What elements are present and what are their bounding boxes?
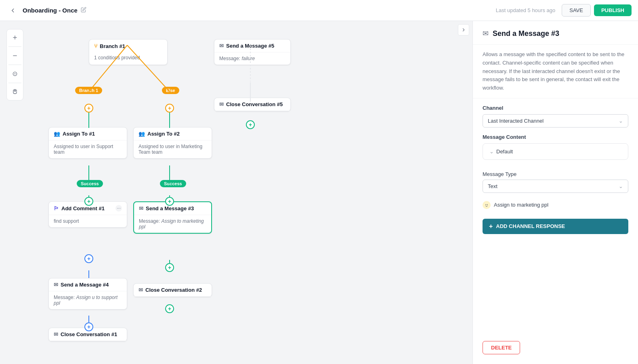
branch-title: Branch #1 (100, 43, 125, 49)
add-comment-1-title: Add Comment #1 (61, 205, 105, 211)
expand-panel-button[interactable] (458, 24, 469, 36)
message-content-section: Message Content ⌄ Default (473, 134, 638, 166)
branch-icon: ⑂ (94, 43, 97, 49)
assign-to-2-header: 👥 Assign To #2 (134, 128, 212, 140)
branch-conditions: 1 conditions provided (89, 52, 167, 65)
assign-row: Assign to marketing ppl (473, 198, 638, 215)
connector-after-else[interactable]: + (165, 104, 174, 113)
connector-after-close-conv-2[interactable]: + (165, 304, 174, 313)
connector-after-success-2[interactable]: + (165, 197, 174, 206)
panel-title: Send a Message #3 (493, 29, 559, 38)
delete-section: DELETE (473, 335, 638, 364)
message-content-label: Message Content (483, 134, 628, 140)
channel-value: Last Interacted Channel (488, 118, 544, 124)
add-channel-label: ADD CHANNEL RESPONSE (496, 223, 565, 229)
close-conversation-2-header: ✉ Close Conversation #2 (134, 284, 212, 297)
send-message-4-icon: ✉ (54, 282, 58, 288)
assign-smiley-icon (483, 201, 491, 209)
send-message-5-body: Message: failure (214, 52, 290, 65)
panel-description: Allows a message with the specified cont… (473, 45, 638, 98)
pan-tool-button[interactable] (8, 86, 21, 98)
main-layout: ⑂ Branch #1 1 conditions provided ✉ Send… (0, 21, 638, 364)
default-message-box[interactable]: ⌄ Default (483, 143, 628, 160)
connector-after-send-msg-4[interactable]: + (84, 322, 93, 331)
connector-after-success-1[interactable]: + (84, 197, 93, 206)
close-conversation-5-node[interactable]: ✉ Close Conversation #5 (214, 98, 291, 111)
add-comment-1-body: find support (49, 215, 127, 227)
zoom-in-button[interactable] (8, 31, 21, 44)
right-panel: ✉ Send a Message #3 Allows a message wit… (472, 21, 638, 364)
close-conversation-5-title: Close Conversation #5 (226, 101, 283, 107)
send-message-4-header: ✉ Send a Message #4 (49, 278, 127, 291)
default-message-header[interactable]: ⌄ Default (489, 149, 621, 155)
assign-to-1-title: Assign To #1 (63, 131, 95, 137)
close-conversation-1-title: Close Conversation #1 (61, 331, 117, 337)
assign-to-2-node[interactable]: 👥 Assign To #2 Assigned to user in Marke… (133, 127, 212, 159)
assign-to-2-title: Assign To #2 (147, 131, 180, 137)
assign-to-2-icon: 👥 (139, 131, 145, 137)
svg-point-3 (15, 73, 15, 74)
send-message-4-node[interactable]: ✉ Send a Message #4 Message: Assign u to… (48, 278, 127, 310)
channel-label: Channel (483, 105, 628, 111)
success-1-badge: Success (77, 180, 103, 187)
send-message-3-node[interactable]: ✉ Send a Message #3 Message: Assign to m… (133, 201, 212, 234)
add-channel-plus-icon: + (489, 223, 493, 230)
send-message-4-title: Send a Message #4 (61, 282, 109, 288)
branch-header: ⑂ Branch #1 (89, 40, 167, 52)
connector-after-add-comment[interactable]: + (84, 254, 93, 263)
assign-to-1-header: 👥 Assign To #1 (49, 128, 127, 140)
workflow-canvas[interactable]: ⑂ Branch #1 1 conditions provided ✉ Send… (0, 21, 472, 364)
branch1-badge: Branch 1 (75, 86, 102, 94)
connector-after-branch1[interactable]: + (84, 104, 93, 113)
close-conversation-5-icon: ✉ (219, 101, 224, 107)
add-comment-1-menu[interactable]: ⋯ (115, 205, 122, 211)
last-updated-text: Last updated 5 hours ago (496, 7, 555, 13)
send-message-5-title: Send a Message #5 (226, 43, 274, 49)
panel-header: ✉ Send a Message #3 (473, 21, 638, 45)
close-conversation-2-node[interactable]: ✉ Close Conversation #2 (133, 283, 212, 297)
close-conversation-2-icon: ✉ (139, 287, 143, 293)
fit-view-button[interactable] (8, 67, 21, 80)
send-message-3-title: Send a Message #3 (146, 205, 194, 211)
success-2-badge: Success (160, 180, 186, 187)
send-message-5-header: ✉ Send a Message #5 (214, 40, 290, 52)
default-label: Default (496, 149, 513, 155)
assign-text: Assign to marketing ppl (494, 202, 548, 208)
add-channel-response-button[interactable]: + ADD CHANNEL RESPONSE (483, 219, 628, 234)
channel-select[interactable]: Last Interacted Channel ⌄ (483, 114, 628, 128)
add-after-close-conv-5[interactable]: + (246, 120, 255, 129)
canvas-toolbar (6, 29, 23, 100)
send-message-4-body: Message: Assign u to support ppl (49, 291, 127, 309)
message-type-value: Text (488, 183, 497, 189)
svg-point-20 (484, 203, 489, 208)
svg-point-21 (485, 204, 486, 205)
else-badge: Else (162, 86, 179, 94)
send-message-5-icon: ✉ (219, 43, 224, 49)
connector-after-send-msg-3[interactable]: + (165, 263, 174, 272)
send-message-3-icon: ✉ (139, 205, 143, 211)
assign-to-1-node[interactable]: 👥 Assign To #1 Assigned to user in Suppo… (48, 127, 127, 159)
message-type-section: Message Type Text ⌄ (473, 166, 638, 198)
message-type-select[interactable]: Text ⌄ (483, 180, 628, 193)
publish-button[interactable]: PUBLISH (594, 4, 632, 16)
canvas-connections (0, 21, 472, 364)
message-type-chevron-icon: ⌄ (619, 183, 623, 189)
channel-section: Channel Last Interacted Channel ⌄ (473, 98, 638, 134)
channel-chevron-icon: ⌄ (619, 118, 623, 124)
topbar: Onboarding - Once Last updated 5 hours a… (0, 0, 638, 21)
zoom-out-button[interactable] (8, 49, 21, 62)
branch-node[interactable]: ⑂ Branch #1 1 conditions provided (89, 39, 168, 65)
add-comment-1-icon: 🏳 (54, 205, 59, 211)
send-message-3-body: Message: Assign to marketing ppl (134, 215, 211, 233)
workflow-title: Onboarding - Once (23, 7, 78, 14)
close-conversation-1-icon: ✉ (54, 331, 58, 337)
default-chevron-icon: ⌄ (489, 149, 494, 155)
close-conversation-5-header: ✉ Close Conversation #5 (214, 98, 290, 111)
delete-button[interactable]: DELETE (483, 341, 520, 354)
message-type-label: Message Type (483, 171, 628, 177)
send-message-5-node[interactable]: ✉ Send a Message #5 Message: failure (214, 39, 291, 65)
edit-title-icon[interactable] (81, 7, 86, 14)
save-button[interactable]: SAVE (562, 4, 591, 17)
back-button[interactable] (6, 4, 19, 17)
panel-node-icon: ✉ (483, 29, 489, 38)
